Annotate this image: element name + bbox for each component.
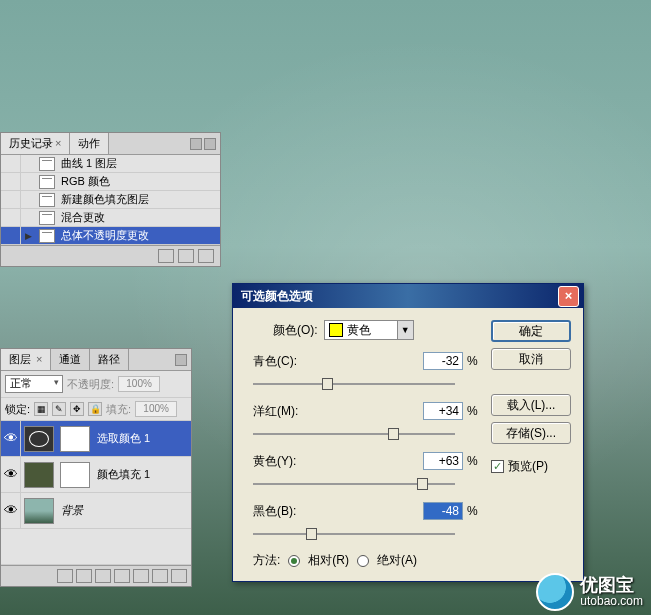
visibility-icon[interactable]: 👁 <box>1 493 21 528</box>
layer-row[interactable]: 👁 颜色填充 1 <box>1 457 191 493</box>
radio-absolute-label: 绝对(A) <box>377 552 417 569</box>
adjustment-thumb <box>24 426 54 452</box>
history-item-label: 曲线 1 图层 <box>59 156 117 171</box>
history-item[interactable]: 混合更改 <box>1 209 220 227</box>
tab-layers-label: 图层 <box>9 353 31 365</box>
layer-name: 选取颜色 1 <box>93 431 150 446</box>
history-item[interactable]: 曲线 1 图层 <box>1 155 220 173</box>
visibility-icon[interactable]: 👁 <box>1 457 21 492</box>
trash-icon[interactable] <box>198 249 214 263</box>
history-item[interactable]: RGB 颜色 <box>1 173 220 191</box>
color-value: 黄色 <box>347 322 397 339</box>
history-item[interactable]: 新建颜色填充图层 <box>1 191 220 209</box>
folder-icon[interactable] <box>133 569 149 583</box>
layer-icon <box>39 157 55 171</box>
tab-layers[interactable]: 图层 × <box>1 349 51 370</box>
dialog-title: 可选颜色选项 <box>237 288 558 305</box>
layers-tabs: 图层 × 通道 路径 <box>1 349 191 371</box>
panel-min-icon[interactable] <box>190 138 202 150</box>
snapshot-icon[interactable] <box>178 249 194 263</box>
panel-menu-icon[interactable] <box>204 138 216 150</box>
fx-icon[interactable] <box>76 569 92 583</box>
lock-move-icon[interactable]: ✥ <box>70 402 84 416</box>
magenta-slider[interactable] <box>253 426 455 442</box>
blend-mode-select[interactable]: 正常 <box>5 375 63 393</box>
yellow-slider[interactable] <box>253 476 455 492</box>
layer-icon <box>39 229 55 243</box>
cancel-button[interactable]: 取消 <box>491 348 571 370</box>
history-panel: 历史记录× 动作 曲线 1 图层 RGB 颜色 新建颜色填充图层 混合更改 ▶总… <box>0 132 221 267</box>
layers-footer <box>1 565 191 586</box>
lock-all-icon[interactable]: 🔒 <box>88 402 102 416</box>
history-footer <box>1 245 220 266</box>
color-swatch-icon <box>329 323 343 337</box>
color-select[interactable]: 黄色 ▼ <box>324 320 414 340</box>
trash-icon[interactable] <box>171 569 187 583</box>
cyan-slider[interactable] <box>253 376 455 392</box>
lock-label: 锁定: <box>5 402 30 417</box>
layer-row[interactable]: 👁 选取颜色 1 <box>1 421 191 457</box>
visibility-icon[interactable]: 👁 <box>1 421 21 456</box>
selective-color-dialog: 可选颜色选项 × 颜色(O): 黄色 ▼ 青色(C):-32% 洋红(M):+3… <box>232 283 584 582</box>
watermark: 优图宝 utobao.com <box>536 573 643 611</box>
history-item-label: 新建颜色填充图层 <box>59 192 149 207</box>
cyan-input[interactable]: -32 <box>423 352 463 370</box>
image-thumb <box>24 498 54 524</box>
color-label: 颜色(O): <box>273 322 318 339</box>
mask-thumb <box>60 462 90 488</box>
magenta-input[interactable]: +34 <box>423 402 463 420</box>
adjustment-icon[interactable] <box>114 569 130 583</box>
layer-icon <box>39 175 55 189</box>
close-icon[interactable]: × <box>55 137 61 149</box>
layer-name: 颜色填充 1 <box>93 467 150 482</box>
cyan-label: 青色(C): <box>245 353 305 370</box>
link-icon[interactable] <box>57 569 73 583</box>
history-item[interactable]: ▶总体不透明度更改 <box>1 227 220 245</box>
black-input[interactable]: -48 <box>423 502 463 520</box>
load-button[interactable]: 载入(L)... <box>491 394 571 416</box>
radio-absolute[interactable] <box>357 555 369 567</box>
layer-icon <box>39 193 55 207</box>
history-item-label: 混合更改 <box>59 210 105 225</box>
layer-row[interactable]: 👁 背景 <box>1 493 191 529</box>
history-item-label: RGB 颜色 <box>59 174 110 189</box>
preview-checkbox[interactable]: ✓ <box>491 460 504 473</box>
history-tabs: 历史记录× 动作 <box>1 133 220 155</box>
method-label: 方法: <box>253 552 280 569</box>
panel-menu-icon[interactable] <box>175 354 187 366</box>
tab-history[interactable]: 历史记录× <box>1 133 70 154</box>
lock-transparent-icon[interactable]: ▦ <box>34 402 48 416</box>
logo-icon <box>536 573 574 611</box>
percent-label: % <box>463 404 481 418</box>
lock-brush-icon[interactable]: ✎ <box>52 402 66 416</box>
black-slider[interactable] <box>253 526 455 542</box>
current-marker-icon: ▶ <box>21 231 35 241</box>
layer-icon <box>39 211 55 225</box>
black-label: 黑色(B): <box>245 503 305 520</box>
chevron-down-icon: ▼ <box>397 321 413 339</box>
mask-thumb <box>60 426 90 452</box>
ok-button[interactable]: 确定 <box>491 320 571 342</box>
fill-label: 填充: <box>106 402 131 417</box>
fill-value[interactable]: 100% <box>135 401 177 417</box>
new-doc-icon[interactable] <box>158 249 174 263</box>
close-button[interactable]: × <box>558 286 579 307</box>
mask-icon[interactable] <box>95 569 111 583</box>
percent-label: % <box>463 504 481 518</box>
watermark-url: utobao.com <box>580 594 643 608</box>
percent-label: % <box>463 454 481 468</box>
tab-actions[interactable]: 动作 <box>70 133 109 154</box>
close-icon[interactable]: × <box>33 353 42 365</box>
dialog-titlebar[interactable]: 可选颜色选项 × <box>233 284 583 308</box>
radio-relative[interactable] <box>288 555 300 567</box>
new-layer-icon[interactable] <box>152 569 168 583</box>
opacity-label: 不透明度: <box>67 377 114 392</box>
tab-paths[interactable]: 路径 <box>90 349 129 370</box>
yellow-input[interactable]: +63 <box>423 452 463 470</box>
save-button[interactable]: 存储(S)... <box>491 422 571 444</box>
magenta-label: 洋红(M): <box>245 403 305 420</box>
opacity-value[interactable]: 100% <box>118 376 160 392</box>
watermark-brand: 优图宝 <box>580 576 643 594</box>
tab-channels[interactable]: 通道 <box>51 349 90 370</box>
layers-panel: 图层 × 通道 路径 正常 不透明度: 100% 锁定: ▦ ✎ ✥ 🔒 填充:… <box>0 348 192 587</box>
